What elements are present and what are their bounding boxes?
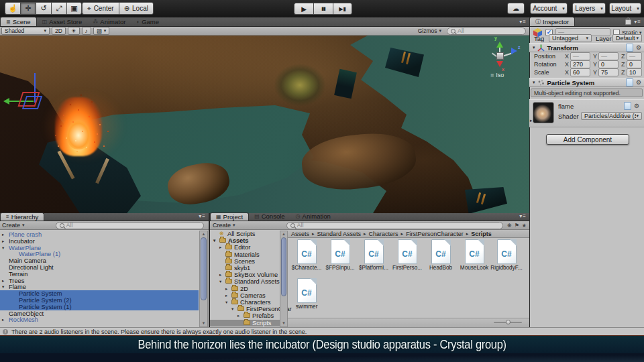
rotation-y-field[interactable]: 0 xyxy=(598,60,619,68)
project-tree-row[interactable]: ▾Characters xyxy=(210,299,280,306)
foldout-icon[interactable]: ▸ xyxy=(2,278,4,284)
asset-tile[interactable]: C#HeadBob xyxy=(425,239,457,271)
hierarchy-row[interactable]: ▾WaterPlane xyxy=(0,245,199,251)
tab-animator[interactable]: ⁂ Animator xyxy=(87,17,131,26)
scene-search-input[interactable] xyxy=(458,27,522,34)
hierarchy-create-dropdown[interactable]: Create ▾ xyxy=(2,222,25,229)
shader-dropdown[interactable]: Particles/Additive (Soft) ▾ xyxy=(581,112,642,120)
add-component-button[interactable]: Add Component xyxy=(546,134,629,145)
status-bar[interactable]: ! There are 2 audio listeners in the sce… xyxy=(0,327,644,335)
foldout-icon[interactable]: ▸ xyxy=(2,231,4,238)
pivot-local-button[interactable]: ⊕ Local xyxy=(119,2,154,15)
effects-dropdown[interactable]: ▨ ▾ xyxy=(93,27,110,35)
account-dropdown[interactable]: Account ▾ xyxy=(530,3,568,14)
foldout-icon[interactable]: ▾ xyxy=(231,306,233,312)
search-by-type-icon[interactable]: ❋ xyxy=(507,223,512,229)
foldout-icon[interactable]: ▸ xyxy=(225,286,227,292)
project-tree-row[interactable]: ▾Standard Assets xyxy=(210,278,280,285)
scroll-up-icon[interactable]: ▲ xyxy=(200,232,207,237)
pane-menu-icon[interactable]: ▾≡ xyxy=(634,19,641,25)
step-button[interactable]: ▶▮ xyxy=(333,3,352,15)
foldout-icon[interactable]: ▾ xyxy=(533,80,535,85)
hierarchy-row[interactable]: Terrain xyxy=(0,271,199,278)
hierarchy-row[interactable]: ▾Flame xyxy=(0,284,199,290)
layer-dropdown[interactable]: Default ▾ xyxy=(612,34,642,42)
scroll-down-icon[interactable]: ▼ xyxy=(280,321,287,326)
position-y-field[interactable]: — xyxy=(598,52,619,60)
foldout-icon[interactable]: ▸ xyxy=(225,292,227,299)
tag-dropdown[interactable]: Untagged ▾ xyxy=(549,34,592,42)
lighting-toggle-button[interactable]: ☀ xyxy=(68,27,80,35)
tab-console[interactable]: ▤ Console xyxy=(249,212,290,221)
asset-tile[interactable]: C#RigidbodyF... xyxy=(490,239,523,271)
rotate-tool-button[interactable]: ↺ xyxy=(36,2,51,15)
draw-mode-dropdown[interactable]: Shaded ▾ xyxy=(1,27,50,35)
scale-tool-button[interactable]: ⤢ xyxy=(51,2,66,15)
asset-tile[interactable]: C#$FPSInpu... xyxy=(324,239,356,271)
foldout-icon[interactable]: ▾ xyxy=(225,299,227,306)
pane-menu-icon[interactable]: ▾≡ xyxy=(519,19,529,26)
gizmos-dropdown[interactable]: Gizmos ▾ xyxy=(415,27,445,35)
play-button[interactable]: ▶ xyxy=(294,3,313,15)
transform-component-header[interactable]: ▾ Transform ⚙ xyxy=(529,43,644,52)
reference-doc-icon[interactable] xyxy=(624,102,631,110)
layers-dropdown[interactable]: Layers ▾ xyxy=(572,3,606,14)
foldout-icon[interactable]: ▸ xyxy=(2,238,4,245)
lock-icon[interactable] xyxy=(625,19,631,25)
scale-x-field[interactable]: 60 xyxy=(570,68,590,76)
hierarchy-row[interactable]: Directional Light xyxy=(0,264,199,271)
asset-tile[interactable]: C#$PlatformI... xyxy=(358,239,390,271)
tab-animation[interactable]: ◷ Animation xyxy=(290,212,336,221)
foldout-icon[interactable]: ▸ xyxy=(219,272,221,278)
position-z-field[interactable]: — xyxy=(627,52,642,60)
persp-toggle[interactable]: ≡ Iso xyxy=(490,72,504,78)
hierarchy-search-input[interactable] xyxy=(66,222,200,229)
position-x-field[interactable]: — xyxy=(570,52,590,60)
scrollbar-thumb[interactable] xyxy=(201,237,207,300)
rotation-x-field[interactable]: 270 xyxy=(570,60,590,68)
gear-icon[interactable]: ⚙ xyxy=(636,79,641,86)
scene-search-box[interactable] xyxy=(447,27,526,35)
hierarchy-row-selected[interactable]: Particle System (1) xyxy=(0,304,199,310)
asset-tile[interactable]: C#MouseLook xyxy=(458,239,490,271)
tab-asset-store[interactable]: ◫ Asset Store xyxy=(37,17,88,26)
foldout-icon[interactable]: ▾ xyxy=(219,278,221,285)
project-tree-row[interactable]: Materials xyxy=(210,251,280,258)
tab-project[interactable]: ▦ Project xyxy=(210,213,249,221)
axis-gizmo-y-cone[interactable] xyxy=(496,38,503,48)
rotation-z-field[interactable]: 0 xyxy=(627,60,642,68)
foldout-icon[interactable]: ▾ xyxy=(2,284,4,290)
breadcrumb-segment[interactable]: Characters xyxy=(369,231,398,237)
project-tree-row[interactable]: ▸2D xyxy=(210,286,280,292)
asset-tile[interactable]: C#FirstPerso... xyxy=(391,239,423,271)
foldout-icon[interactable]: ▸ xyxy=(2,316,4,323)
hierarchy-row[interactable]: ▸Incubator xyxy=(0,238,199,245)
material-preview-thumbnail[interactable] xyxy=(533,102,554,123)
tab-hierarchy[interactable]: ≡ Hierarchy xyxy=(0,213,44,221)
audio-toggle-button[interactable]: ♪ xyxy=(82,27,91,35)
breadcrumb-segment-current[interactable]: Scripts xyxy=(471,231,492,237)
hierarchy-row[interactable]: ▸Plane crash xyxy=(0,231,199,238)
hierarchy-row[interactable]: ▸RockMesh xyxy=(0,316,199,323)
scale-y-field[interactable]: 75 xyxy=(598,68,619,76)
hierarchy-row[interactable]: WaterPlane (1) xyxy=(0,251,199,257)
project-tree-row[interactable]: ▸Prefabs xyxy=(210,312,280,319)
thumbnail-zoom-slider-knob[interactable] xyxy=(506,320,511,324)
project-tree-row[interactable]: ▾Assets xyxy=(210,237,280,244)
foldout-icon[interactable]: ▸ xyxy=(219,244,221,251)
breadcrumb-segment[interactable]: FirstPersonCharacter xyxy=(406,231,464,237)
hierarchy-scrollbar[interactable]: ▲ ▼ xyxy=(199,231,208,327)
reference-doc-icon[interactable] xyxy=(626,78,633,86)
scroll-down-icon[interactable]: ▼ xyxy=(200,321,207,326)
gear-icon[interactable]: ⚙ xyxy=(634,103,639,109)
hierarchy-row[interactable]: ▸Trees xyxy=(0,278,199,284)
project-search-box[interactable] xyxy=(286,222,503,229)
hierarchy-search-box[interactable] xyxy=(56,222,204,229)
hierarchy-row-selected[interactable]: Particle System xyxy=(0,290,199,297)
pane-menu-icon[interactable]: ▾≡ xyxy=(199,213,209,221)
tab-scene[interactable]: ≣ Scene xyxy=(0,17,37,26)
scrollbar-thumb[interactable] xyxy=(281,237,286,296)
foldout-icon[interactable]: ▾ xyxy=(213,237,215,244)
search-by-label-icon[interactable]: ⚑ xyxy=(515,223,519,229)
asset-tile[interactable]: C#$Characte... xyxy=(290,239,323,271)
